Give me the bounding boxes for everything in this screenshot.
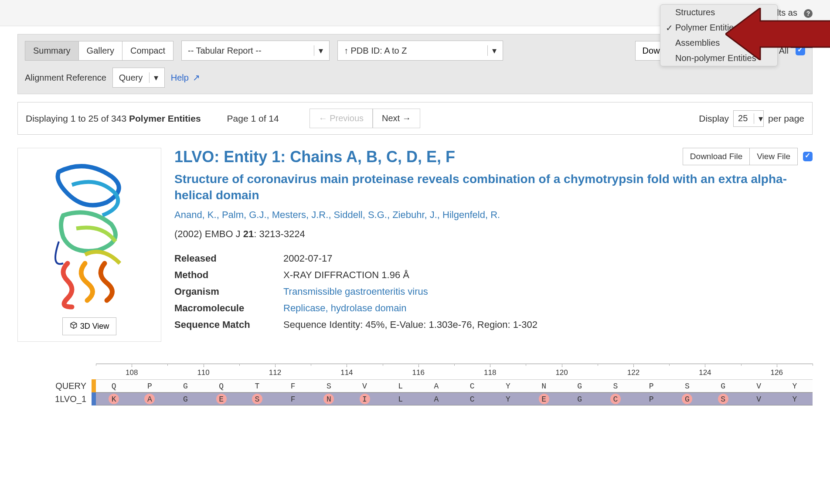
residue-cell: N — [526, 380, 561, 392]
residue-cell: E — [204, 393, 239, 405]
alignment-reference-select[interactable]: Query ▾ — [112, 68, 165, 88]
residue-cell: A — [418, 380, 454, 392]
view-file-button[interactable]: View File — [750, 148, 797, 165]
result-item: 3D View Download File View File 1LVO: En… — [17, 148, 813, 342]
residue-cell: V — [741, 380, 777, 392]
residue-cell: G — [562, 380, 598, 392]
residue-cell: S — [239, 393, 275, 405]
residue-cell: A — [418, 393, 454, 405]
per-page-label: per page — [768, 113, 804, 124]
tab-gallery[interactable]: Gallery — [79, 41, 122, 60]
help-link[interactable]: Help ↗ — [171, 72, 201, 83]
view-3d-button[interactable]: 3D View — [62, 317, 117, 335]
residue-cell: S — [598, 380, 633, 392]
display-word: Display — [699, 113, 729, 124]
residue-cell: P — [633, 380, 669, 392]
chevron-down-icon: ▾ — [754, 113, 763, 124]
macromolecule-link[interactable]: Replicase, hydrolase domain — [283, 303, 407, 313]
author-link[interactable]: Siddell, S.G. — [334, 209, 387, 220]
previous-button[interactable]: ← Previous — [310, 109, 373, 128]
result-checkbox[interactable] — [803, 152, 813, 161]
author-link[interactable]: Hilgenfeld, R. — [442, 209, 500, 220]
author-link[interactable]: Ziebuhr, J. — [392, 209, 437, 220]
residue-cell: Y — [490, 393, 526, 405]
external-link-icon: ↗ — [193, 73, 200, 82]
chevron-down-icon: ▾ — [149, 72, 158, 83]
residue-cell: C — [598, 393, 633, 405]
residue-cell: T — [239, 380, 275, 392]
residue-cell: C — [454, 380, 490, 392]
residue-cell: G — [705, 380, 741, 392]
residue-cell: C — [454, 393, 490, 405]
residue-cell: E — [526, 393, 561, 405]
alignment-viewer: 108110112114116118120122124126 QUERY QPG… — [17, 364, 813, 405]
alignment-ruler: 108110112114116118120122124126 — [96, 364, 813, 379]
sort-select[interactable]: ↑ PDB ID: A to Z ▾ — [337, 41, 503, 61]
residue-cell: Y — [777, 393, 813, 405]
residue-cell: V — [741, 393, 777, 405]
help-link-text: Help — [171, 73, 189, 82]
query-row-label: QUERY — [17, 379, 92, 392]
target-color-bar — [92, 392, 96, 405]
results-count: Displaying 1 to 25 of 343 Polymer Entiti… — [26, 113, 201, 124]
tabular-report-value: -- Tabular Report -- — [188, 46, 262, 56]
sequence-match-label: Sequence Match — [174, 319, 283, 330]
ruler-tick-label: 124 — [699, 368, 711, 377]
residue-cell: G — [167, 393, 203, 405]
cube-icon — [70, 321, 78, 331]
tab-summary[interactable]: Summary — [25, 41, 79, 60]
pager-bar: Displaying 1 to 25 of 343 Polymer Entiti… — [17, 102, 813, 135]
residue-cell: F — [275, 393, 311, 405]
next-button[interactable]: Next → — [373, 109, 420, 128]
ruler-tick-label: 118 — [484, 368, 496, 377]
structure-thumbnail[interactable]: 3D View — [17, 148, 161, 342]
query-sequence: QPGQTFSVLACYNGSPSGVY — [96, 379, 813, 392]
residue-cell: K — [96, 393, 132, 405]
method-label: Method — [174, 269, 283, 281]
chevron-down-icon: ▾ — [487, 45, 497, 56]
residue-cell: F — [275, 380, 311, 392]
residue-cell: S — [669, 380, 705, 392]
ruler-tick-label: 126 — [771, 368, 783, 377]
organism-link[interactable]: Transmissible gastroenteritis virus — [283, 286, 428, 297]
metadata-table: Released 2002-07-17 Method X-RAY DIFFRAC… — [174, 250, 813, 333]
ruler-tick-label: 112 — [269, 368, 281, 377]
macromolecule-label: Macromolecule — [174, 303, 283, 314]
author-link[interactable]: Mesters, J.R. — [272, 209, 329, 220]
residue-cell: N — [311, 393, 347, 405]
tab-compact[interactable]: Compact — [122, 41, 173, 60]
authors-list: Anand, K., Palm, G.J., Mesters, J.R., Si… — [174, 209, 813, 221]
residue-cell: V — [347, 380, 382, 392]
citation: (2002) EMBO J 21: 3213-3224 — [174, 228, 813, 240]
residue-cell: I — [347, 393, 382, 405]
tabular-report-select[interactable]: -- Tabular Report -- ▾ — [181, 41, 330, 61]
residue-cell: S — [311, 380, 347, 392]
residue-cell: P — [633, 393, 669, 405]
author-link[interactable]: Palm, G.J. — [222, 209, 267, 220]
ruler-tick-label: 108 — [126, 368, 138, 377]
ruler-tick-label: 122 — [627, 368, 640, 377]
query-color-bar — [92, 379, 96, 392]
download-file-button[interactable]: Download File — [683, 148, 750, 165]
ruler-tick-label: 120 — [555, 368, 568, 377]
ruler-tick-label: 110 — [197, 368, 209, 377]
arrow-callout — [725, 8, 830, 60]
method-value: X-RAY DIFFRACTION 1.96 Å — [283, 269, 813, 281]
residue-cell: S — [705, 393, 741, 405]
residue-cell: A — [132, 393, 167, 405]
per-page-value: 25 — [738, 113, 748, 123]
svg-marker-0 — [725, 8, 830, 60]
view-tabs: Summary Gallery Compact — [25, 41, 173, 61]
per-page-select[interactable]: 25 ▾ — [733, 110, 764, 127]
residue-cell: G — [669, 393, 705, 405]
entry-subtitle[interactable]: Structure of coronavirus main proteinase… — [174, 171, 813, 203]
residue-cell: Y — [490, 380, 526, 392]
ruler-tick-label: 114 — [340, 368, 353, 377]
organism-label: Organism — [174, 286, 283, 297]
ruler-tick-label: 116 — [412, 368, 425, 377]
author-link[interactable]: Anand, K. — [174, 209, 217, 220]
chevron-down-icon: ▾ — [314, 45, 323, 56]
view-3d-label: 3D View — [80, 322, 109, 331]
residue-cell: G — [167, 380, 203, 392]
alignment-reference-label: Alignment Reference — [25, 73, 106, 83]
